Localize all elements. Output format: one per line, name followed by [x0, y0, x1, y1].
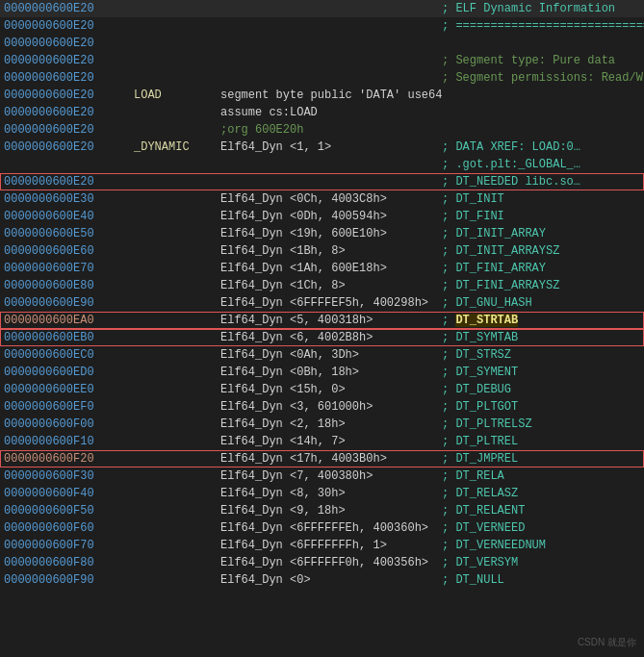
operand: Elf64_Dyn <3, 601000h>: [220, 399, 442, 415]
operand: Elf64_Dyn <0Bh, 18h>: [220, 365, 442, 380]
operand: Elf64_Dyn <14h, 7>: [220, 434, 442, 449]
table-row: 0000000600E40Elf64_Dyn <0Dh, 400594h>; D…: [0, 208, 644, 225]
comment: ; DT_SYMTAB: [442, 330, 518, 345]
table-row: 0000000600E80Elf64_Dyn <1Ch, 8>; DT_FINI…: [0, 277, 644, 294]
operand: segment byte public 'DATA' use64: [220, 88, 442, 103]
address: 0000000600F00: [4, 417, 134, 432]
table-row: 0000000600E90Elf64_Dyn <6FFFFEF5h, 40029…: [0, 294, 644, 312]
address: 0000000600E20: [4, 36, 134, 51]
address: 0000000600E20: [4, 122, 134, 138]
table-row: 0000000600F00Elf64_Dyn <2, 18h>; DT_PLTR…: [0, 416, 644, 433]
comment: ; DT_INIT: [442, 191, 504, 207]
address: 0000000600F20: [4, 451, 134, 467]
table-row: 0000000600E20; DT_NEEDED libc.so…: [0, 173, 644, 190]
operand: Elf64_Dyn <1, 1>: [220, 139, 442, 155]
table-row: 0000000600E20LOADsegment byte public 'DA…: [0, 87, 644, 104]
operand: Elf64_Dyn <6FFFFFF0h, 400356h>: [220, 555, 442, 570]
table-row: 0000000600E20: [0, 35, 644, 52]
table-row: 0000000600E50Elf64_Dyn <19h, 600E10h>; D…: [0, 225, 644, 242]
operand: Elf64_Dyn <7, 400380h>: [220, 468, 442, 484]
comment: ; DT_STRTAB: [442, 313, 518, 328]
address: 0000000600E20: [4, 1, 134, 16]
watermark: CSDN 就是你: [578, 636, 636, 649]
comment: ; DT_NEEDED libc.so…: [442, 174, 580, 190]
operand: Elf64_Dyn <0Ch, 4003C8h>: [220, 191, 442, 207]
table-row: 0000000600EC0Elf64_Dyn <0Ah, 3Dh>; DT_ST…: [0, 346, 644, 364]
operand: Elf64_Dyn <17h, 4003B0h>: [220, 451, 442, 467]
table-row: 0000000600E20assume cs:LOAD: [0, 104, 644, 121]
operand: Elf64_Dyn <0Ah, 3Dh>: [220, 347, 442, 363]
operand: Elf64_Dyn <1Bh, 8>: [220, 243, 442, 259]
table-row: 0000000600EF0Elf64_Dyn <3, 601000h>; DT_…: [0, 398, 644, 416]
operand: Elf64_Dyn <1Ch, 8>: [220, 278, 442, 293]
table-row: 0000000600E20; =========================…: [0, 17, 644, 35]
table-row: 0000000600F80Elf64_Dyn <6FFFFFF0h, 40035…: [0, 554, 644, 571]
comment: ; DT_PLTRELSZ: [442, 417, 532, 432]
address: 0000000600F60: [4, 520, 134, 536]
address: 0000000600F80: [4, 555, 134, 570]
comment: ; DT_FINI_ARRAYSZ: [442, 278, 559, 293]
address: 0000000600E20: [4, 70, 134, 86]
address: 0000000600E80: [4, 278, 134, 293]
comment: ; DT_NULL: [442, 572, 504, 588]
address: 0000000600EC0: [4, 347, 134, 363]
mnemonic: LOAD: [134, 88, 220, 103]
comment: ; DT_RELASZ: [442, 486, 518, 501]
comment: ; Segment permissions: Read/Write: [442, 70, 644, 86]
table-row: 0000000600F70Elf64_Dyn <6FFFFFFFh, 1>; D…: [0, 537, 644, 554]
comment: ; DT_INIT_ARRAYSZ: [442, 243, 559, 259]
comment: ; DT_GNU_HASH: [442, 295, 532, 311]
table-row: 0000000600E20; ELF Dynamic Information: [0, 0, 644, 17]
table-row: 0000000600E20_DYNAMICElf64_Dyn <1, 1>; D…: [0, 139, 644, 156]
table-row: 0000000600F30Elf64_Dyn <7, 400380h>; DT_…: [0, 467, 644, 485]
code-view: 0000000600E20; ELF Dynamic Information00…: [0, 0, 644, 589]
operand: Elf64_Dyn <5, 400318h>: [220, 313, 442, 328]
address: 0000000600E90: [4, 295, 134, 311]
comment: ; DT_RELAENT: [442, 503, 525, 518]
address: 0000000600E50: [4, 226, 134, 241]
table-row: 0000000600F50Elf64_Dyn <9, 18h>; DT_RELA…: [0, 502, 644, 519]
table-row: ; .got.plt:_GLOBAL_…: [0, 156, 644, 173]
operand: Elf64_Dyn <8, 30h>: [220, 486, 442, 501]
address: 0000000600E20: [4, 18, 134, 34]
operand: assume cs:LOAD: [220, 105, 442, 120]
table-row: 0000000600E20; Segment permissions: Read…: [0, 69, 644, 87]
address: 0000000600F90: [4, 572, 134, 588]
table-row: 0000000600EA0Elf64_Dyn <5, 400318h>; DT_…: [0, 312, 644, 329]
comment: ; ELF Dynamic Information: [442, 1, 615, 16]
address: 0000000600EA0: [4, 313, 134, 328]
address: 0000000600E20: [4, 105, 134, 120]
address: 0000000600E20: [4, 53, 134, 68]
address: 0000000600EE0: [4, 382, 134, 397]
operand: ;org 600E20h: [220, 122, 442, 138]
comment: ; DT_STRSZ: [442, 347, 511, 363]
comment: ; DT_VERNEED: [442, 520, 525, 536]
address: 0000000600F10: [4, 434, 134, 449]
address: 0000000600E70: [4, 261, 134, 276]
operand: Elf64_Dyn <0>: [220, 572, 442, 588]
comment: ; DT_JMPREL: [442, 451, 518, 467]
address: 0000000600F50: [4, 503, 134, 518]
table-row: 0000000600EE0Elf64_Dyn <15h, 0>; DT_DEBU…: [0, 381, 644, 398]
table-row: 0000000600E70Elf64_Dyn <1Ah, 600E18h>; D…: [0, 260, 644, 277]
address: 0000000600F40: [4, 486, 134, 501]
comment: ; ======================================…: [442, 18, 644, 34]
address: 0000000600E20: [4, 88, 134, 103]
table-row: 0000000600EB0Elf64_Dyn <6, 4002B8h>; DT_…: [0, 329, 644, 346]
operand: Elf64_Dyn <19h, 600E10h>: [220, 226, 442, 241]
operand: Elf64_Dyn <6FFFFEF5h, 400298h>: [220, 295, 442, 311]
operand: Elf64_Dyn <6FFFFFFFh, 1>: [220, 538, 442, 553]
comment: ; DT_PLTGOT: [442, 399, 518, 415]
operand: Elf64_Dyn <2, 18h>: [220, 417, 442, 432]
comment: ; DT_RELA: [442, 468, 504, 484]
table-row: 0000000600E20;org 600E20h: [0, 121, 644, 139]
address: 0000000600F30: [4, 468, 134, 484]
comment: ; DATA XREF: LOAD:0…: [442, 139, 580, 155]
address: 0000000600EF0: [4, 399, 134, 415]
address: 0000000600E30: [4, 191, 134, 207]
table-row: 0000000600F60Elf64_Dyn <6FFFFFFEh, 40036…: [0, 519, 644, 537]
table-row: 0000000600E30Elf64_Dyn <0Ch, 4003C8h>; D…: [0, 190, 644, 208]
table-row: 0000000600E60Elf64_Dyn <1Bh, 8>; DT_INIT…: [0, 242, 644, 260]
comment: ; DT_DEBUG: [442, 382, 511, 397]
address: 0000000600E20: [4, 174, 134, 190]
